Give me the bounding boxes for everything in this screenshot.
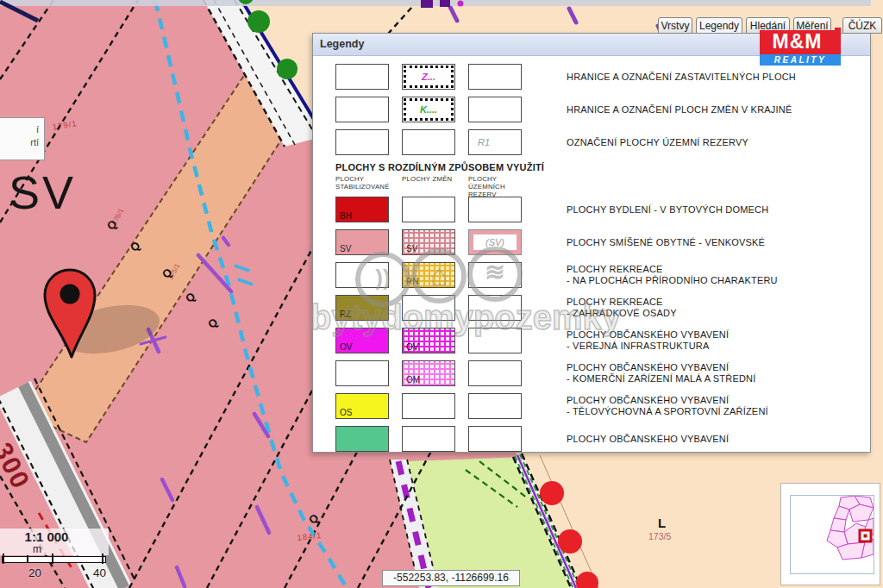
scale-unit: m <box>9 543 66 555</box>
legend-swatch: OV <box>335 328 389 353</box>
legend-swatch: RN <box>402 262 455 288</box>
scale-tick-40: 40 <box>93 566 106 579</box>
info-line: í <box>0 123 39 136</box>
scale-tick-20: 20 <box>28 566 41 579</box>
legend-row: RZPLOCHY REKREACE- ZAHRÁDKOVÉ OSADY <box>335 295 861 321</box>
logo-reality-text: REALITY <box>760 54 841 66</box>
column-caption: PLOCHY ÚZEMNÍCH REZERV <box>468 175 532 198</box>
tab-legendy[interactable]: Legendy <box>696 17 742 34</box>
tab-vrstvy[interactable]: Vrstvy <box>658 17 692 34</box>
legend-rows-bottom: BHPLOCHY BYDLENÍ - V BYTOVÝCH DOMECHSVSV… <box>335 197 870 452</box>
legend-swatch <box>402 393 455 419</box>
legend-row: R1OZNAČENÍ PLOCHY ÚZEMNÍ REZERVY <box>335 129 861 155</box>
coordinates-readout: -552253.83, -1126699.16 <box>382 570 520 586</box>
tab-čúzk[interactable]: ČÚZK <box>842 17 882 34</box>
legend-row: PLOCHY OBČANSKÉHO VYBAVENÍ <box>335 426 861 452</box>
legend-swatch <box>468 360 522 386</box>
legend-row: OVOVPLOCHY OBČANSKÉHO VYBAVENÍ- VEŘEJNÁ … <box>335 328 861 353</box>
legend-column-captions: PLOCHY STABILIZOVANÉ PLOCHY ZMĚN PLOCHY … <box>335 175 861 191</box>
legend-swatch: OV <box>402 328 455 353</box>
legend-row-description: HRANICE A OZNAČENÍ ZASTAVITELNÝCH PLOCH <box>567 72 864 83</box>
column-caption: PLOCHY STABILIZOVANÉ <box>335 175 399 191</box>
scale-ratio: 1:1 000 <box>9 529 85 544</box>
legend-swatch: K.... <box>402 97 455 122</box>
legend-swatch <box>335 426 389 452</box>
legend-row-description: PLOCHY OBČANSKÉHO VYBAVENÍ <box>567 434 864 445</box>
legend-row: SVSV(SV)PLOCHY SMÍŠENÉ OBYTNÉ - VENKOVSK… <box>335 229 861 255</box>
legend-swatch <box>335 97 389 122</box>
legend-row: OMPLOCHY OBČANSKÉHO VYBAVENÍ- KOMERČNÍ Z… <box>335 360 861 386</box>
legend-swatch <box>335 129 389 155</box>
legend-swatch <box>402 197 455 222</box>
legend-swatch: OS <box>335 393 389 419</box>
legend-row-description: PLOCHY OBČANSKÉHO VYBAVENÍ- VEŘEJNÁ INFR… <box>567 329 864 352</box>
legend-swatch <box>402 426 455 452</box>
legend-swatch <box>468 97 522 122</box>
legend-row: Z...HRANICE A OZNAČENÍ ZASTAVITELNÝCH PL… <box>335 64 861 90</box>
legend-swatch <box>468 295 522 321</box>
scale-widget: 1:1 000 m 20 40 <box>0 529 112 588</box>
legend-swatch: (SV) <box>468 229 522 255</box>
legend-row-description: PLOCHY REKREACE- NA PLOCHÁCH PŘÍRODNÍHO … <box>567 264 864 286</box>
legend-panel-body: Z...HRANICE A OZNAČENÍ ZASTAVITELNÝCH PL… <box>313 56 870 452</box>
legend-swatch: Z... <box>402 64 455 90</box>
legend-swatch <box>335 64 389 90</box>
logo-mm-text: M&M <box>760 30 835 54</box>
legend-row: BHPLOCHY BYDLENÍ - V BYTOVÝCH DOMECH <box>335 197 861 222</box>
legend-swatch <box>468 328 522 353</box>
legend-swatch <box>468 426 522 452</box>
legend-swatch <box>468 393 522 419</box>
legend-swatch <box>468 64 522 90</box>
legend-swatch: R1 <box>468 129 522 155</box>
legend-row-description: PLOCHY REKREACE- ZAHRÁDKOVÉ OSADY <box>567 297 864 319</box>
legend-swatch <box>402 295 455 321</box>
legend-swatch: SV <box>402 229 455 255</box>
scale-bar <box>2 556 106 563</box>
legend-row: K....HRANICE A OZNAČENÍ PLOCH ZMĚN V KRA… <box>335 97 861 122</box>
legend-swatch <box>335 262 389 288</box>
legend-row-description: PLOCHY BYDLENÍ - V BYTOVÝCH DOMECH <box>567 204 864 216</box>
legend-swatch <box>402 129 455 155</box>
legend-row-description: OZNAČENÍ PLOCHY ÚZEMNÍ REZERVY <box>567 137 864 148</box>
legend-row: RNPLOCHY REKREACE- NA PLOCHÁCH PŘÍRODNÍH… <box>335 262 861 288</box>
info-line: rtí <box>0 136 39 149</box>
map-viewer: { "tabs": [ {"label": "Vrstvy", "active"… <box>0 0 883 588</box>
overview-minimap[interactable] <box>780 483 880 585</box>
legend-panel: Legendy Z...HRANICE A OZNAČENÍ ZASTAVITE… <box>312 33 871 453</box>
legend-swatch: OM <box>402 360 455 386</box>
logo-side-strip <box>835 28 841 54</box>
map-info-label: í rtí <box>0 117 45 160</box>
legend-row: OSPLOCHY OBČANSKÉHO VYBAVENÍ- TĚLOVÝCHOV… <box>335 393 861 419</box>
overview-districts <box>791 496 874 573</box>
overview-frame <box>790 495 874 574</box>
legend-rows-top: Z...HRANICE A OZNAČENÍ ZASTAVITELNÝCH PL… <box>335 64 870 155</box>
legend-row-description: PLOCHY OBČANSKÉHO VYBAVENÍ- TĚLOVÝCHOVNÁ… <box>567 395 864 417</box>
legend-swatch <box>468 197 522 222</box>
mm-reality-logo: M&M REALITY <box>760 30 841 66</box>
legend-swatch: SV <box>335 229 389 255</box>
legend-swatch: RZ <box>335 295 389 321</box>
legend-section-title: PLOCHY S ROZDÍLNÝM ZPŮSOBEM VYUŽITÍ <box>335 162 870 172</box>
legend-swatch <box>468 262 522 288</box>
legend-row-description: PLOCHY SMÍŠENÉ OBYTNÉ - VENKOVSKÉ <box>567 237 864 248</box>
legend-swatch <box>335 360 389 386</box>
legend-swatch: BH <box>335 197 389 222</box>
column-caption: PLOCHY ZMĚN <box>402 175 466 183</box>
legend-row-description: HRANICE A OZNAČENÍ PLOCH ZMĚN V KRAJINĚ <box>567 104 864 116</box>
legend-row-description: PLOCHY OBČANSKÉHO VYBAVENÍ- KOMERČNÍ ZAŘ… <box>567 362 864 385</box>
